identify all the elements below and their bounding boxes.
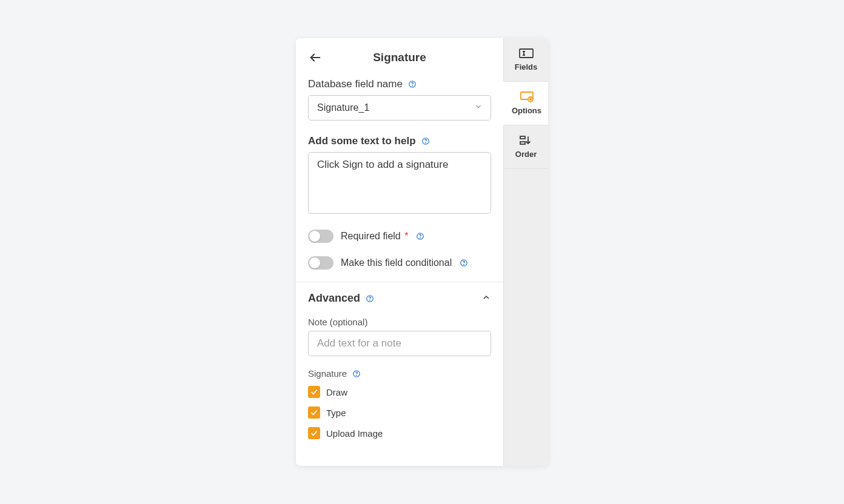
advanced-title: Advanced (308, 292, 360, 305)
help-icon[interactable] (407, 79, 417, 89)
chevron-up-icon (481, 293, 491, 305)
checkbox-row-type: Type (308, 406, 491, 419)
checkbox-type[interactable] (308, 406, 320, 419)
tab-order[interactable]: Order (504, 125, 548, 169)
checkbox-label-upload: Upload Image (326, 428, 383, 439)
help-icon[interactable] (421, 136, 430, 146)
check-icon (310, 388, 318, 396)
db-field-select[interactable] (308, 95, 491, 121)
svg-point-10 (370, 300, 370, 300)
tab-order-label: Order (515, 150, 537, 159)
signature-label-row: Signature (308, 368, 491, 379)
required-asterisk: * (402, 231, 409, 241)
svg-point-12 (357, 375, 357, 376)
help-text-section: Add some text to help Required field * (296, 133, 503, 282)
help-icon[interactable] (365, 294, 375, 303)
signature-label: Signature (308, 368, 347, 379)
check-icon (310, 408, 318, 417)
tab-fields-label: Fields (515, 62, 538, 71)
main-panel: Signature Database field name Add some t… (296, 38, 503, 466)
required-label: Required field * (341, 231, 408, 242)
fields-icon (519, 48, 534, 59)
conditional-toggle-row: Make this field conditional (308, 256, 491, 270)
help-text-input[interactable] (308, 152, 491, 214)
note-label: Note (optional) (308, 317, 491, 327)
toggle-knob (309, 231, 320, 242)
help-icon[interactable] (352, 369, 361, 379)
svg-rect-20 (520, 136, 525, 139)
options-icon (520, 91, 534, 102)
required-toggle-row: Required field * (308, 230, 491, 243)
checkbox-label-type: Type (326, 408, 346, 418)
advanced-body: Note (optional) Signature Draw Type (296, 314, 503, 460)
svg-point-6 (420, 237, 421, 238)
arrow-left-icon (309, 51, 322, 64)
conditional-toggle[interactable] (308, 256, 333, 270)
advanced-header[interactable]: Advanced (296, 282, 503, 314)
db-field-section: Database field name (296, 73, 503, 133)
required-label-text: Required field (341, 231, 401, 241)
svg-rect-13 (520, 49, 533, 58)
required-toggle[interactable] (308, 230, 333, 243)
toggle-knob (309, 257, 320, 268)
side-tabs: Fields Options Order (503, 38, 548, 466)
field-settings-panel: Signature Database field name Add some t… (296, 38, 548, 466)
tab-options-label: Options (512, 106, 541, 115)
checkbox-row-upload: Upload Image (308, 427, 491, 439)
svg-point-2 (412, 85, 413, 86)
check-icon (310, 429, 318, 437)
db-field-select-wrap (308, 95, 491, 121)
order-icon (519, 135, 534, 146)
checkbox-label-draw: Draw (326, 387, 347, 397)
checkbox-row-draw: Draw (308, 386, 491, 398)
tab-fields[interactable]: Fields (504, 38, 548, 82)
svg-point-4 (425, 142, 426, 143)
db-field-label-row: Database field name (308, 78, 491, 90)
advanced-title-wrap: Advanced (308, 292, 375, 305)
checkbox-upload[interactable] (308, 427, 320, 439)
conditional-label: Make this field conditional (341, 257, 452, 268)
svg-rect-21 (520, 142, 525, 144)
db-field-label: Database field name (308, 78, 403, 90)
svg-point-8 (464, 264, 464, 265)
tab-options[interactable]: Options (503, 82, 548, 125)
panel-header: Signature (296, 38, 503, 73)
checkbox-draw[interactable] (308, 386, 320, 398)
help-text-label-row: Add some text to help (308, 135, 491, 147)
back-button[interactable] (308, 50, 323, 65)
help-text-label: Add some text to help (308, 135, 416, 147)
note-input[interactable] (308, 331, 491, 356)
help-icon[interactable] (415, 231, 425, 241)
help-icon[interactable] (459, 258, 469, 268)
panel-title: Signature (373, 51, 426, 64)
